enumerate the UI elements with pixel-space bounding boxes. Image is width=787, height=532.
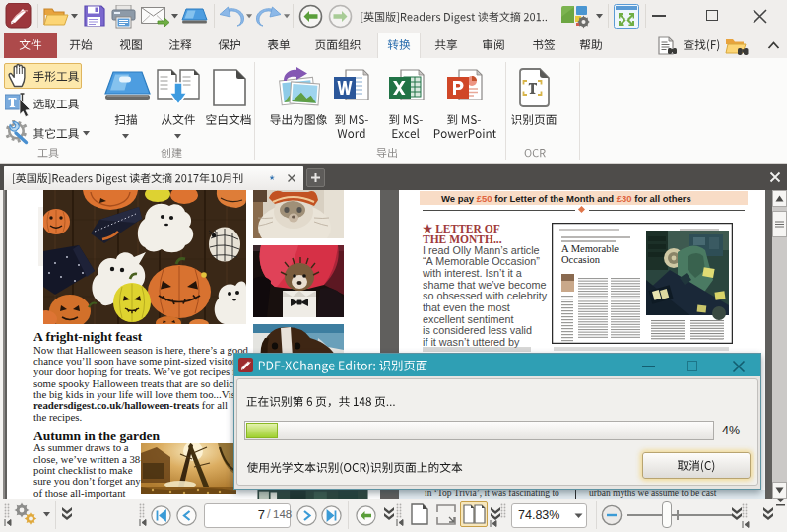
svg-text:A Memorable: A Memorable	[561, 243, 619, 254]
svg-text:Occasion: Occasion	[561, 254, 601, 265]
